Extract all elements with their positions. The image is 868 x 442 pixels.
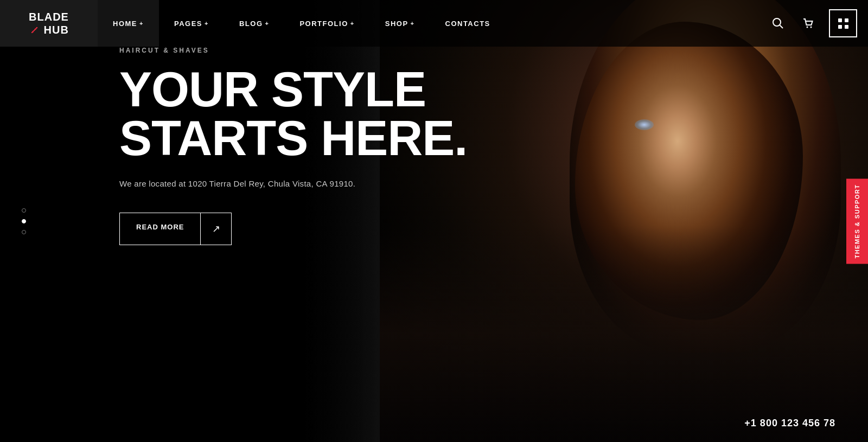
hero-title: YOUR STYLE STARTS HERE. <box>119 65 499 163</box>
logo-line2: ⟋ HUB <box>29 23 69 36</box>
header-icons <box>757 0 868 47</box>
read-more-button[interactable]: Read More ↗ <box>119 213 232 245</box>
grid-dot-2 <box>845 18 848 22</box>
hero-title-line1: YOUR STYLE <box>119 62 426 117</box>
slide-dots <box>22 208 26 234</box>
read-more-label: Read More <box>119 213 200 245</box>
cart-button[interactable] <box>799 14 818 33</box>
grid-menu-button[interactable] <box>829 9 857 37</box>
nav-item-home[interactable]: HOME+ <box>98 0 159 47</box>
svg-line-1 <box>780 25 783 29</box>
portrait-beard <box>380 225 868 442</box>
grid-dot-1 <box>838 18 842 22</box>
hero-title-line2: STARTS HERE. <box>119 111 467 165</box>
site-logo[interactable]: BLADE ⟋ HUB <box>29 10 69 36</box>
svg-point-3 <box>810 27 812 28</box>
slide-dot-1[interactable] <box>22 208 26 213</box>
themes-support-button[interactable]: Themes & Support <box>846 178 868 264</box>
nav-item-portfolio[interactable]: PORTFOLIO+ <box>284 0 369 47</box>
logo-area: BLADE ⟋ HUB <box>0 0 98 47</box>
grid-dots <box>838 18 848 29</box>
nav-item-contacts[interactable]: CONTACTS <box>430 0 506 47</box>
grid-dot-4 <box>845 25 848 29</box>
nav-item-blog[interactable]: BLOG+ <box>224 0 285 47</box>
logo-slash: ⟋ <box>29 24 40 36</box>
svg-point-2 <box>807 27 808 28</box>
slide-dot-2[interactable] <box>22 219 26 223</box>
site-header: BLADE ⟋ HUB HOME+ PAGES+ BLOG+ PORTFOLIO… <box>0 0 868 47</box>
nav-item-shop[interactable]: SHOP+ <box>370 0 430 47</box>
themes-support-widget: Themes & Support <box>846 178 868 264</box>
hero-subtitle: We are located at 1020 Tierra Del Rey, C… <box>119 179 868 188</box>
nav-item-pages[interactable]: PAGES+ <box>159 0 224 47</box>
logo-line1: BLADE <box>29 10 69 23</box>
hero-tag: HAIRCUT & SHAVES <box>119 47 868 54</box>
cart-icon <box>802 17 814 29</box>
search-button[interactable] <box>768 14 788 33</box>
slide-dot-3[interactable] <box>22 230 26 234</box>
read-more-arrow-icon: ↗ <box>200 213 232 245</box>
phone-number: +1 800 123 456 78 <box>744 418 835 429</box>
search-icon <box>772 17 784 29</box>
main-nav: HOME+ PAGES+ BLOG+ PORTFOLIO+ SHOP+ CONT… <box>98 0 757 47</box>
grid-dot-3 <box>838 25 842 29</box>
logo-word2: HUB <box>44 24 69 36</box>
svg-point-0 <box>773 18 781 26</box>
